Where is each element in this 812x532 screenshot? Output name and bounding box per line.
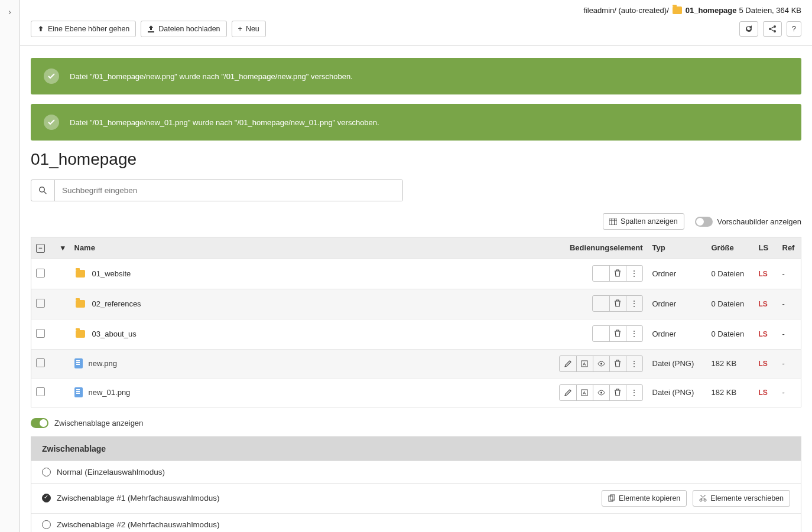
help-button[interactable]: ? [787, 21, 801, 37]
file-name[interactable]: new.png [89, 359, 117, 368]
select-all-checkbox[interactable]: − [36, 244, 45, 253]
svg-point-13 [700, 499, 702, 501]
metadata-button[interactable]: A [576, 356, 593, 371]
edit-button[interactable] [560, 385, 576, 400]
columns-button[interactable]: Spalten anzeigen [603, 213, 684, 230]
expand-sidebar-icon[interactable]: › [8, 7, 11, 17]
more-button[interactable]: ⋮ [626, 326, 642, 341]
upload-button[interactable]: Dateien hochladen [141, 21, 226, 37]
row-actions: ⋮ [592, 295, 643, 312]
table-row: 02_references⋮Ordner0 DateienLS- [31, 289, 801, 319]
delete-button[interactable] [609, 356, 626, 371]
delete-button[interactable] [609, 326, 626, 341]
copy-elements-button[interactable]: Elemente kopieren [602, 490, 687, 507]
clipboard-mode-row[interactable]: Normal (Einzelauswahlmodus) [31, 461, 801, 483]
col-ref: Ref [778, 237, 801, 259]
clipboard-mode-row[interactable]: Zwischenablage #1 (Mehrfachauswahlmodus)… [31, 483, 801, 513]
row-actions: A⋮ [559, 384, 643, 401]
thumbnails-toggle[interactable] [695, 217, 713, 227]
file-name[interactable]: 01_website [92, 269, 131, 278]
cut-icon [699, 494, 707, 502]
view-button[interactable] [593, 385, 609, 400]
ref-count: - [778, 349, 801, 378]
row-checkbox[interactable] [36, 358, 45, 367]
edit-button[interactable] [560, 356, 576, 371]
sort-dropdown-icon[interactable]: ▾ [61, 243, 65, 252]
file-size: 182 KB [707, 378, 754, 407]
clipboard-toggle[interactable] [31, 418, 48, 428]
file-type: Datei (PNG) [648, 378, 707, 407]
table-row: new_01.pngA⋮Datei (PNG)182 KBLS- [31, 378, 801, 407]
check-icon [44, 115, 59, 130]
file-table: − ▾ Name Bedienungselement Typ Größe LS … [31, 237, 801, 407]
up-button[interactable]: Eine Ebene höher gehen [31, 21, 136, 37]
share-icon [768, 25, 777, 33]
clipboard-mode-radio[interactable] [42, 494, 51, 502]
file-icon [74, 358, 83, 368]
share-button[interactable] [763, 21, 782, 37]
new-button[interactable]: + Neu [232, 21, 266, 37]
ls-badge: LS [759, 330, 768, 338]
table-row: 01_website⋮Ordner0 DateienLS- [31, 259, 801, 289]
refresh-icon [745, 25, 753, 33]
svg-point-14 [704, 499, 706, 501]
alert-text: Datei "/01_homepage/new.png" wurde nach … [70, 72, 353, 81]
breadcrumb-root[interactable]: fileadmin/ (auto-created)/ [583, 6, 669, 15]
row-checkbox[interactable] [36, 329, 45, 338]
more-button[interactable]: ⋮ [626, 266, 642, 281]
more-button[interactable]: ⋮ [626, 296, 642, 311]
clipboard-mode-radio[interactable] [42, 468, 51, 476]
col-type[interactable]: Typ [648, 237, 707, 259]
file-size: 0 Dateien [707, 319, 754, 349]
refresh-button[interactable] [739, 21, 758, 37]
search-box [31, 179, 403, 201]
row-checkbox[interactable] [36, 299, 45, 308]
clipboard-mode-label: Normal (Einzelauswahlmodus) [57, 468, 165, 476]
search-input[interactable] [55, 180, 402, 201]
col-size[interactable]: Größe [707, 237, 754, 259]
file-size: 0 Dateien [707, 289, 754, 319]
file-name[interactable]: 03_about_us [92, 329, 137, 338]
file-name[interactable]: 02_references [92, 299, 141, 308]
delete-button[interactable] [609, 385, 626, 400]
more-button[interactable]: ⋮ [626, 356, 642, 371]
file-size: 182 KB [707, 349, 754, 378]
clipboard-panel: Zwischenablage Normal (Einzelauswahlmodu… [31, 436, 801, 533]
up-arrow-icon [37, 25, 44, 32]
file-type: Ordner [648, 319, 707, 349]
col-ls: LS [754, 237, 778, 259]
search-icon[interactable] [31, 180, 55, 201]
row-checkbox[interactable] [36, 269, 45, 278]
page-title: 01_homepage [31, 150, 801, 169]
ref-count: - [778, 319, 801, 349]
file-type: Ordner [648, 259, 707, 289]
row-actions: ⋮ [592, 325, 643, 342]
row-checkbox[interactable] [36, 387, 45, 396]
svg-point-10 [600, 391, 602, 393]
clipboard-mode-row[interactable]: Zwischenablage #2 (Mehrfachauswahlmodus) [31, 513, 801, 533]
svg-text:A: A [583, 361, 586, 367]
file-name[interactable]: new_01.png [89, 388, 131, 397]
clipboard-mode-label: Zwischenablage #1 (Mehrfachauswahlmodus) [57, 494, 219, 502]
breadcrumb: fileadmin/ (auto-created)/ 01_homepage 5… [20, 0, 812, 15]
view-button[interactable] [593, 356, 609, 371]
metadata-button[interactable]: A [576, 385, 593, 400]
delete-button[interactable] [609, 266, 626, 281]
folder-icon [673, 6, 682, 14]
more-button[interactable]: ⋮ [626, 385, 642, 400]
breadcrumb-meta: 5 Dateien, 364 KB [739, 6, 801, 15]
help-icon: ? [792, 25, 796, 33]
move-elements-button[interactable]: Elemente verschieben [693, 490, 790, 507]
file-size: 0 Dateien [707, 259, 754, 289]
clipboard-header: Zwischenablage [31, 437, 801, 461]
svg-point-7 [600, 363, 602, 364]
delete-button[interactable] [609, 296, 626, 311]
col-name[interactable]: Name [70, 237, 554, 259]
svg-point-2 [774, 30, 776, 32]
clipboard-mode-radio[interactable] [42, 520, 51, 529]
svg-point-1 [774, 25, 776, 28]
plus-icon: + [238, 25, 242, 33]
folder-icon [76, 300, 85, 308]
file-type: Ordner [648, 289, 707, 319]
collapsed-sidebar: › [0, 0, 20, 532]
